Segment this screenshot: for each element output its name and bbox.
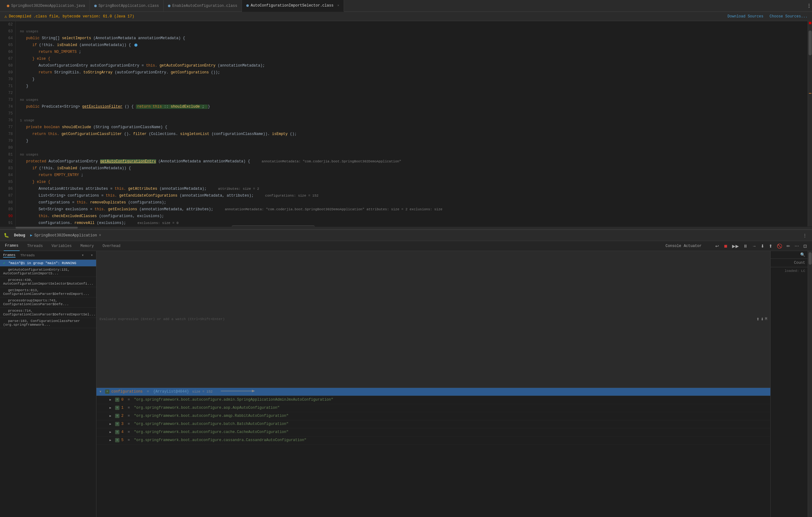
editor-vscroll[interactable]	[808, 21, 812, 226]
step-into-btn[interactable]: ⬇	[759, 243, 766, 249]
editor-hscroll[interactable]	[0, 227, 812, 229]
thread-item-2[interactable]: process:430, AutoConfigurationImportSele…	[0, 277, 96, 287]
title-bar: SpringBoot302DemoApplication.java Spring…	[0, 0, 812, 12]
actuator-tab[interactable]: Actuator	[684, 244, 702, 248]
vscroll-thumb	[809, 30, 812, 55]
var-item-1[interactable]: ▶ ≡ 1 = "org.springframework.boot.autoco…	[96, 404, 770, 412]
thread-item-4[interactable]: processGroupImports:743, ConfigurationCl…	[0, 297, 96, 308]
variables-vscroll[interactable]	[808, 251, 812, 517]
var-item-0[interactable]: ▶ ≡ 0 = "org.springframework.boot.autoco…	[96, 396, 770, 404]
debug-tab-memory[interactable]: Memory	[79, 241, 95, 251]
variables-panel: Evaluate expression (Enter) or add a wat…	[96, 251, 770, 517]
var-item-5[interactable]: ▶ ≡ 5 = "org.springframework.boot.autoco…	[96, 436, 770, 444]
step-over-btn[interactable]: →	[751, 243, 758, 249]
var-arrow-3: ▶	[110, 422, 113, 426]
var-icon-1: ≡	[115, 406, 119, 410]
expr-bar[interactable]: Evaluate expression (Enter) or add a wat…	[96, 251, 770, 388]
code-line-66: return NO_IMPORTS ;	[20, 49, 808, 55]
tab-autoconfiguration-selector[interactable]: AutoConfigurationImportSelector.class ×	[242, 0, 344, 12]
code-line-70: }	[20, 76, 808, 83]
sort-label: M	[765, 317, 767, 321]
line-numbers: 62 63 64 65 66 67 68 69 70 71 72 73 74 7…	[0, 21, 16, 226]
var-val-5: "org.springframework.boot.autoconfigure.…	[134, 438, 307, 442]
var-val-3: "org.springframework.boot.autoconfigure.…	[134, 422, 289, 426]
thread-item-main[interactable]: ✓ "main"@1 in group "main": RUNNING	[0, 260, 96, 266]
debug-icon: 🐛	[4, 233, 9, 238]
info-bar: ⚠ Decompiled .class file, bytecode versi…	[0, 12, 812, 21]
expand-up-btn[interactable]: ⬆	[756, 317, 759, 321]
var-tree: ▼ ≡ configurations = {ArrayList@4044} si…	[96, 388, 770, 517]
code-line-77: return this. getConfigurationClassFilter…	[20, 131, 808, 138]
filter-icon[interactable]: ▾	[82, 253, 84, 258]
code-line-80: protected AutoConfigurationEntry getAuto…	[20, 158, 808, 165]
tab-springboot-class[interactable]: SpringBootApplication.class	[90, 0, 164, 12]
threads-dropdown-icon[interactable]: ▾	[91, 253, 93, 258]
thread-item-5[interactable]: process:714, ConfigurationClassParser$De…	[0, 308, 96, 318]
debug-session-close[interactable]: ×	[99, 233, 101, 238]
tab-dot-active	[246, 4, 249, 7]
tab-springboot-app[interactable]: SpringBoot302DemoApplication.java	[2, 0, 90, 12]
stop-btn[interactable]: ⏹	[722, 243, 729, 249]
tab-close-icon[interactable]: ×	[337, 4, 339, 7]
choose-sources-link[interactable]: Choose Sources...	[770, 14, 808, 19]
more-btn[interactable]: ⋯	[793, 243, 800, 249]
var-expand-arrow: ▼	[99, 390, 103, 394]
thread-item-3[interactable]: getImports:813, ConfigurationClassParser…	[0, 287, 96, 297]
tab-enable-auto[interactable]: EnableAutoConfiguration.class	[164, 0, 242, 12]
step-out-btn[interactable]: ⬆	[767, 243, 774, 249]
console-tab[interactable]: Console	[666, 244, 681, 248]
code-editor[interactable]: no usages public String[] selectImports …	[16, 21, 808, 226]
code-line-68: AutoConfigurationEntry autoConfiguration…	[20, 62, 808, 69]
var-size-configurations: size = 152	[192, 390, 213, 394]
expand-down-btn[interactable]: ⬇	[761, 317, 764, 321]
refresh-btn[interactable]: ↩	[714, 243, 720, 249]
code-line-79	[20, 144, 808, 151]
thread-item-1[interactable]: getAutoConfigurationEntry:131, AutoConfi…	[0, 266, 96, 277]
subtab-threads[interactable]: Threads	[21, 254, 35, 257]
settings-icon[interactable]	[809, 4, 810, 8]
var-val-2: "org.springframework.boot.autoconfigure.…	[134, 414, 289, 418]
code-line-86: configurations = this. removeDuplicates …	[20, 199, 808, 206]
right-search-icon[interactable]: 🔍	[800, 252, 805, 257]
thread-item-6[interactable]: parse:183, ConfigurationClassParser (org…	[0, 318, 96, 328]
code-line-73b: public Predicate<String> getExclusionFil…	[20, 103, 808, 110]
hscroll-thumb	[16, 227, 78, 229]
var-configurations[interactable]: ▼ ≡ configurations = {ArrayList@4044} si…	[96, 388, 770, 396]
debug-tab-variables[interactable]: Variables	[50, 241, 73, 251]
debug-session[interactable]: ▶ SpringBoot302DemoApplication ×	[30, 233, 101, 238]
var-name-configurations: configurations	[111, 390, 143, 394]
download-sources-link[interactable]: Download Sources	[727, 14, 763, 19]
debug-tab-threads[interactable]: Threads	[26, 241, 44, 251]
code-line-62	[20, 21, 808, 28]
code-line-80-usage: no usages	[20, 151, 808, 158]
var-icon-5: ≡	[115, 438, 119, 442]
loaded-label: loaded: LC	[771, 267, 808, 275]
var-item-4[interactable]: ▶ ≡ 4 = "org.springframework.boot.autoco…	[96, 428, 770, 436]
var-item-2[interactable]: ▶ ≡ 2 = "org.springframework.boot.autoco…	[96, 412, 770, 420]
var-list-icon: ≡	[105, 390, 110, 394]
debug-panel: 🐛 Debug ▶ SpringBoot302DemoApplication ×…	[0, 229, 812, 517]
debug-settings-btn[interactable]: ⋮	[802, 232, 808, 238]
evaluate-btn[interactable]: ✏	[785, 243, 791, 249]
tab-label-2: SpringBootApplication.class	[98, 4, 159, 8]
pause-btn[interactable]: ⏸	[742, 243, 749, 249]
var-item-3[interactable]: ▶ ≡ 3 = "org.springframework.boot.autoco…	[96, 420, 770, 428]
tab-label-4: AutoConfigurationImportSelector.class	[251, 3, 334, 8]
var-icon-4: ≡	[115, 430, 119, 434]
debug-content: Frames Threads ▾ ▾ ✓ "main"@1 in group "…	[0, 251, 812, 517]
tab-label-3: EnableAutoConfiguration.class	[172, 4, 237, 8]
tab-label-1: SpringBoot302DemoApplication.java	[11, 4, 85, 8]
var-val-0: "org.springframework.boot.autoconfigure.…	[134, 398, 334, 402]
layout-btn[interactable]: ⊡	[802, 243, 808, 249]
debug-tab-overhead[interactable]: Overhead	[102, 241, 122, 251]
drop-frame-btn[interactable]: 🚫	[776, 243, 783, 249]
info-actions: Download Sources Choose Sources...	[727, 14, 808, 19]
error-marker	[809, 22, 811, 24]
code-line-85: List<String> configurations = this. getC…	[20, 192, 808, 199]
debug-tab-frames[interactable]: Frames	[4, 241, 20, 251]
debug-tabs: Frames Threads Variables Memory Overhead…	[0, 241, 812, 251]
code-line-76-usage: 1 usage	[20, 117, 808, 124]
subtab-frames[interactable]: Frames	[3, 253, 16, 258]
code-line-82: return EMPTY_ENTRY ;	[20, 172, 808, 178]
resume-btn[interactable]: ▶▶	[731, 243, 740, 249]
